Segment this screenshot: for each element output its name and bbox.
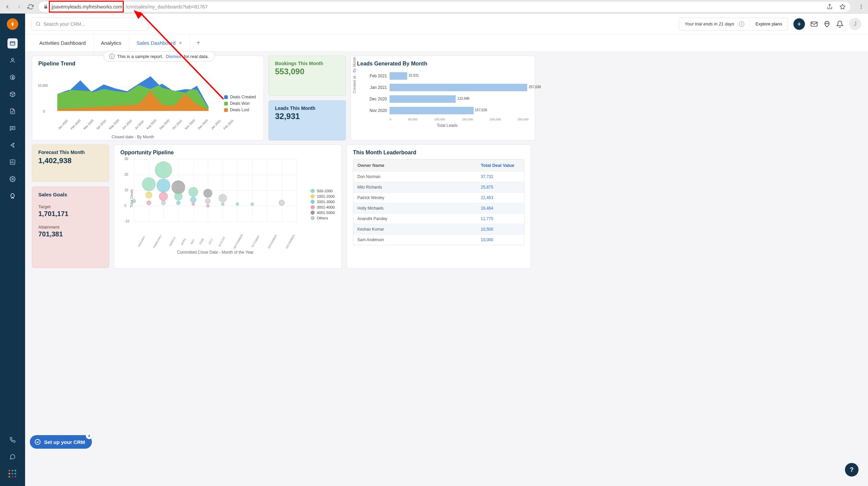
tab-activities[interactable]: Activities Dashboard	[32, 35, 94, 51]
nav-dashboard[interactable]	[0, 36, 25, 51]
pipeline-title: Pipeline Trend	[38, 61, 257, 67]
sample-report-banner: i This is a sample report. Dismiss for r…	[103, 51, 215, 61]
nav-conversations[interactable]: ⋮	[0, 121, 25, 136]
svg-point-6	[12, 58, 14, 60]
leaderboard-card: This Month Leaderboard Owner Name Total …	[347, 144, 531, 269]
url-path: /crm/sales/my_dashboards?tab=81767	[126, 4, 208, 9]
leaderboard-row[interactable]: Milo Richards25,875	[353, 182, 524, 192]
nav-documents[interactable]	[0, 104, 25, 119]
nav-automation[interactable]: ⋮	[0, 138, 25, 153]
leaderboard-row[interactable]: Holly Michaels16,464	[353, 203, 524, 213]
trial-text: Your trial ends in 21 days	[685, 21, 734, 26]
svg-point-22	[126, 104, 128, 106]
back-button[interactable]	[4, 3, 11, 10]
bell-icon[interactable]	[836, 20, 844, 28]
leaderboard-table: Owner Name Total Deal Value Don Norman37…	[353, 159, 525, 245]
nav-products[interactable]: ⋮	[0, 87, 25, 102]
leaderboard-row[interactable]: Patrick Wesley22,453	[353, 192, 524, 203]
svg-point-23	[138, 103, 140, 105]
trial-info-icon[interactable]: i	[739, 21, 744, 27]
tab-analytics[interactable]: Analytics	[94, 35, 129, 51]
mail-icon[interactable]	[810, 20, 818, 28]
url-domain: jjsavemyleads.myfreshworks.com	[52, 4, 122, 9]
bubble-point	[172, 180, 185, 194]
nav-reports[interactable]: ⋮	[0, 155, 25, 170]
opportunity-legend: 500-10001001-20002001-30003001-40004001-…	[311, 189, 335, 221]
bubble-point	[142, 177, 156, 191]
leads-bar-row: Feb 202132,931	[366, 70, 529, 82]
bubble-point	[205, 198, 211, 204]
new-button[interactable]	[793, 18, 805, 30]
leaderboard-row[interactable]: Don Norman37,732	[353, 171, 524, 182]
svg-point-19	[91, 106, 93, 109]
svg-point-24	[150, 90, 152, 92]
svg-point-21	[115, 105, 117, 107]
search-icon	[36, 21, 41, 26]
svg-point-20	[103, 106, 105, 108]
svg-point-18	[79, 107, 81, 109]
svg-point-25	[161, 104, 163, 106]
bubble-point	[132, 199, 136, 203]
info-icon: i	[109, 54, 115, 59]
svg-point-2	[861, 8, 862, 9]
bubble-point	[176, 201, 180, 205]
bubble-point	[146, 200, 151, 205]
bubble-point	[192, 202, 195, 206]
forecast-kpi[interactable]: Forecast This Month 1,402,938	[32, 144, 109, 182]
user-avatar[interactable]: J	[849, 18, 861, 30]
close-tab-icon[interactable]: ×	[179, 40, 182, 46]
svg-point-0	[861, 5, 862, 6]
bubble-point	[190, 197, 196, 203]
sales-goals-card[interactable]: Sales Goals Target 1,701,171 Attainment …	[32, 187, 109, 268]
nav-deals[interactable]: ⋮	[0, 70, 25, 85]
leaderboard-row[interactable]: Keshav Kumar10,500	[353, 224, 524, 234]
bubble-point	[219, 194, 227, 202]
bubble-point	[221, 202, 224, 206]
bubble-point	[203, 189, 212, 198]
left-sidebar: ⋮ ⋮ ⋮ ⋮ ⋮ ⋮ ⋮	[0, 14, 25, 273]
dashboard-tabs: Activities Dashboard Analytics Sales Das…	[25, 35, 868, 52]
app-header: Search your CRM... Your trial ends in 21…	[0, 14, 868, 35]
add-tab-button[interactable]: +	[190, 35, 207, 51]
address-bar[interactable]: jjsavemyleads.myfreshworks.com /crm/sale…	[39, 2, 850, 12]
forward-button[interactable]	[16, 3, 22, 10]
leads-bar-row: Dec 2020123,946	[366, 93, 529, 105]
bubble-point	[161, 200, 166, 205]
reload-button[interactable]	[27, 3, 34, 10]
pipeline-legend: Deals Created Deals Won Deals Lost	[224, 95, 256, 114]
svg-point-28	[196, 104, 198, 106]
nav-rocket[interactable]	[0, 189, 25, 203]
bookmark-star-icon[interactable]	[840, 4, 846, 10]
leads-kpi[interactable]: Leads This Month 32,931	[269, 100, 346, 140]
svg-point-27	[184, 93, 186, 95]
crm-search[interactable]: Search your CRM...	[31, 18, 149, 31]
leads-title: Leads Generated By Month	[357, 61, 529, 67]
share-icon[interactable]	[827, 4, 833, 10]
bubble-point	[174, 192, 182, 200]
svg-point-17	[68, 108, 70, 110]
leads-bar-chart: Feb 202132,931Jan 2021257,630Dec 2020123…	[366, 70, 529, 116]
nav-settings[interactable]: ⋮	[0, 172, 25, 187]
tab-sales[interactable]: Sales Dashboard×	[129, 35, 190, 51]
chrome-menu-icon[interactable]	[859, 4, 864, 9]
pipeline-chart: 10,000 0 Jan 2020Feb 2020Mar 2020Apr 202…	[57, 70, 209, 118]
app-logo[interactable]	[7, 18, 18, 30]
leaderboard-row[interactable]: Sam Anderson10,000	[353, 234, 524, 245]
leaderboard-row[interactable]: Anandhi Pandey11,770	[353, 213, 524, 224]
trial-banner: Your trial ends in 21 days i Explore pla…	[679, 18, 788, 31]
opportunity-bubble-chart: Total Deals JANUARYFEBRUARYMARCHAPRILMAY…	[134, 159, 297, 234]
bookings-kpi[interactable]: Bookings This Month 553,090	[269, 56, 346, 96]
explore-plans-link[interactable]: Explore plans	[755, 21, 782, 26]
leads-bar-row: Nov 2020157,026	[366, 105, 529, 116]
bubble-point	[236, 202, 239, 206]
dismiss-link[interactable]: Dismiss	[166, 54, 181, 59]
nav-contacts[interactable]: ⋮	[0, 53, 25, 68]
leads-bar-row: Jan 2021257,630	[366, 82, 529, 93]
opportunity-pipeline-card: Opportunity Pipeline Total Deals JANUARY…	[114, 144, 342, 269]
bubble-point	[155, 161, 172, 178]
svg-point-12	[826, 23, 826, 24]
bubble-point	[189, 187, 198, 197]
freddy-icon[interactable]	[823, 20, 831, 28]
bubble-point	[206, 204, 210, 208]
bubble-point	[159, 192, 168, 201]
